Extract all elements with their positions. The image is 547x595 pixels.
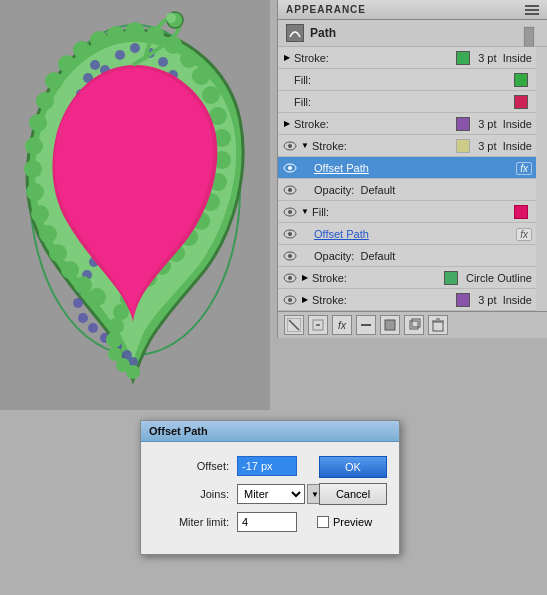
eye-icon-2[interactable] [282,160,298,176]
path-icon [286,24,304,42]
offset-path-link-2[interactable]: Offset Path [314,228,516,240]
row-value-stroke4: Circle Outline [466,272,532,284]
miter-input[interactable] [237,512,297,532]
joins-select-wrapper: Miter Round Bevel ▼ [237,484,323,504]
eye-icon-7[interactable] [282,270,298,286]
row-label-fill3: Fill: [312,206,510,218]
svg-point-40 [125,22,145,42]
appearance-row-opacity-1[interactable]: Opacity: Default [278,179,536,201]
miter-label: Miter limit: [157,516,229,528]
svg-point-43 [180,50,198,68]
svg-point-91 [288,188,292,192]
svg-point-72 [24,160,42,178]
dialog-title: Offset Path [149,425,208,437]
svg-point-60 [106,332,122,348]
eye-icon-4[interactable] [282,204,298,220]
svg-point-97 [288,254,292,258]
dialog-miter-row: Miter limit: Preview [157,512,383,532]
svg-point-64 [107,26,125,44]
svg-point-73 [26,183,44,201]
eye-icon-1[interactable] [282,138,298,154]
appearance-row-fill-3[interactable]: ▼ Fill: [278,201,536,223]
delete-item-btn[interactable] [428,315,448,335]
eye-icon-5[interactable] [282,226,298,242]
appearance-row-stroke-3[interactable]: ▼ Stroke: 3 pt Inside [278,135,536,157]
fx-badge-2: fx [516,228,532,240]
color-swatch-stroke4 [444,271,458,285]
color-swatch-fill3 [514,205,528,219]
paisley-illustration [15,10,255,400]
appearance-row-opacity-2[interactable]: Opacity: Default [278,245,536,267]
svg-point-95 [288,232,292,236]
row-label-stroke2: Stroke: [294,118,452,130]
clear-appearance-btn[interactable] [284,315,304,335]
offset-input[interactable] [237,456,297,476]
svg-point-66 [73,41,91,59]
expand-arrow2[interactable]: ▶ [282,119,292,129]
color-swatch-stroke3 [456,139,470,153]
svg-rect-83 [525,9,539,11]
expand-arrow[interactable]: ▶ [282,53,292,63]
duplicate-item-btn[interactable] [404,315,424,335]
reduce-to-basic-btn[interactable] [308,315,328,335]
joins-label: Joins: [157,488,229,500]
svg-point-59 [108,318,124,334]
cancel-button[interactable]: Cancel [319,483,387,505]
appearance-row-stroke-2[interactable]: ▶ Stroke: 3 pt Inside [278,113,536,135]
svg-point-30 [90,60,100,70]
appearance-row-fill-2[interactable]: Fill: [278,91,536,113]
dialog-body: Offset: Joins: Miter Round Bevel ▼ Miter… [141,442,399,554]
svg-point-63 [126,365,140,379]
svg-point-3 [130,43,140,53]
fx-btn[interactable]: fx [332,315,352,335]
appearance-panel: APPEARANCE Path ▶ Stroke: 3 pt Inside [277,0,547,338]
row-label-opacity1: Opacity: Default [314,184,532,196]
expand-arrow5[interactable]: ▶ [300,273,310,283]
svg-point-77 [61,261,79,279]
offset-path-dialog: Offset Path Offset: Joins: Miter Round B… [140,420,400,555]
row-value-stroke2: 3 pt Inside [478,118,532,130]
eye-icon-3[interactable] [282,182,298,198]
svg-point-99 [288,276,292,280]
row-label: Stroke: [294,52,452,64]
expand-arrow-empty [282,75,292,85]
row-label-stroke5: Stroke: [312,294,452,306]
svg-rect-84 [525,13,539,15]
svg-point-23 [73,298,83,308]
svg-point-71 [25,137,43,155]
svg-point-45 [202,86,220,104]
preview-label: Preview [333,516,372,528]
canvas-area [0,0,270,410]
appearance-row-offset-path-2[interactable]: Offset Path fx [278,223,536,245]
expand-arrow-empty2 [282,97,292,107]
appearance-row-offset-path-1[interactable]: Offset Path fx [278,157,536,179]
svg-point-58 [113,304,129,320]
appearance-row-stroke-1[interactable]: ▶ Stroke: 3 pt Inside [278,47,536,69]
preview-wrapper: Preview [317,516,372,528]
svg-rect-108 [410,321,418,329]
expand-arrow3[interactable]: ▼ [300,141,310,151]
add-new-stroke-btn[interactable] [356,315,376,335]
appearance-row-fill-1[interactable]: Fill: [278,69,536,91]
path-label-row: Path [278,20,547,47]
svg-point-93 [288,210,292,214]
expand-arrow4[interactable]: ▼ [300,207,310,217]
appearance-row-stroke-4[interactable]: ▶ Stroke: Circle Outline [278,267,536,289]
eye-icon-6[interactable] [282,248,298,264]
appearance-row-stroke-5[interactable]: ▶ Stroke: 3 pt Inside [278,289,536,311]
ok-button[interactable]: OK [319,456,387,478]
offset-path-link-1[interactable]: Offset Path [314,162,516,174]
svg-point-76 [49,244,67,262]
expand-arrow6[interactable]: ▶ [300,295,310,305]
fx-badge-1: fx [516,162,532,174]
svg-rect-109 [412,319,420,327]
joins-select[interactable]: Miter Round Bevel [237,484,305,504]
add-new-fill-btn[interactable] [380,315,400,335]
svg-point-81 [166,13,176,23]
panel-menu-icon[interactable] [525,5,539,15]
row-label-stroke3: Stroke: [312,140,452,152]
row-label-stroke4: Stroke: [312,272,440,284]
svg-rect-110 [433,322,443,331]
eye-icon-8[interactable] [282,292,298,308]
preview-checkbox[interactable] [317,516,329,528]
